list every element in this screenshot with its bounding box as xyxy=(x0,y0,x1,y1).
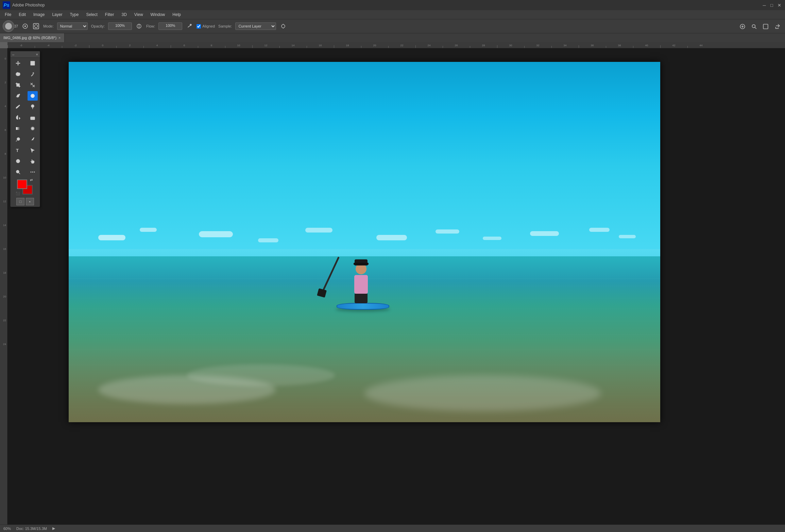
heal-icon[interactable] xyxy=(738,22,747,31)
svg-point-6 xyxy=(190,24,191,25)
svg-line-20 xyxy=(31,83,35,87)
more-tools-button[interactable] xyxy=(28,167,38,177)
menu-edit[interactable]: Edit xyxy=(15,12,29,18)
person-shorts xyxy=(355,294,368,303)
workspace: -6 -4 -2 0 2 4 6 8 10 12 14 16 18 xyxy=(0,42,785,525)
sample-select[interactable]: Current Layer Current & Below All Layers xyxy=(235,22,276,30)
title-bar-title: Adobe Photoshop xyxy=(12,3,45,7)
ruler-left: 0 2 4 6 8 10 12 14 16 18 20 22 24 xyxy=(0,48,7,525)
maximize-button[interactable]: □ xyxy=(769,2,775,8)
svg-point-43 xyxy=(32,172,33,173)
svg-point-1 xyxy=(24,25,26,27)
shape-tool[interactable] xyxy=(13,156,23,166)
healing-brush-tool[interactable] xyxy=(28,91,38,101)
sample-icon[interactable] xyxy=(279,22,287,30)
brush-preset-area: 37 xyxy=(3,20,18,32)
cloud-5 xyxy=(305,228,332,233)
person xyxy=(352,263,370,304)
gradient-tool[interactable] xyxy=(13,124,23,133)
cloud-9 xyxy=(530,231,559,236)
menu-layer[interactable]: Layer xyxy=(49,12,66,18)
menu-file[interactable]: File xyxy=(1,12,15,18)
path-selection-tool[interactable] xyxy=(28,145,38,155)
brush-size-value: 37 xyxy=(14,24,18,28)
move-tool[interactable] xyxy=(13,58,23,68)
eraser-tool[interactable] xyxy=(28,113,38,122)
brush-preset-button[interactable] xyxy=(3,20,14,32)
cloud-3 xyxy=(199,231,233,237)
svg-point-26 xyxy=(31,105,34,107)
opacity-icon[interactable] xyxy=(135,22,143,30)
minimize-button[interactable]: ─ xyxy=(761,2,767,8)
menu-view[interactable]: View xyxy=(131,12,147,18)
search-icon[interactable] xyxy=(750,22,758,31)
mode-select[interactable]: Normal Multiply Screen Overlay xyxy=(57,22,88,30)
aligned-area: Aligned xyxy=(197,24,215,29)
text-tool[interactable]: T xyxy=(13,145,23,155)
reset-colors-icon[interactable]: ⬛ xyxy=(16,192,20,196)
svg-rect-30 xyxy=(16,127,20,130)
marquee-rect-tool[interactable] xyxy=(28,58,38,68)
arrange-icon[interactable] xyxy=(761,22,770,31)
svg-point-35 xyxy=(32,139,33,140)
doc-tab-close-button[interactable]: × xyxy=(58,36,61,40)
tool-row-7 xyxy=(11,123,40,134)
pen-tool[interactable] xyxy=(28,135,38,144)
photo-canvas xyxy=(69,62,660,422)
eyedropper-tool[interactable] xyxy=(13,91,23,101)
menu-select[interactable]: Select xyxy=(83,12,101,18)
flow-label: Flow: xyxy=(146,24,155,28)
doc-tab[interactable]: IMG_0486.jpg @ 60% (RGB/8*) × xyxy=(0,33,65,42)
cloud-10 xyxy=(589,228,610,232)
svg-rect-17 xyxy=(31,61,35,65)
foam-area-2 xyxy=(364,375,601,411)
svg-point-37 xyxy=(16,159,20,163)
svg-point-13 xyxy=(752,24,755,28)
brush-tool[interactable] xyxy=(13,102,23,111)
magic-wand-tool[interactable] xyxy=(28,69,38,79)
toolbox-minimize-icon[interactable]: – xyxy=(12,52,14,56)
menu-window[interactable]: Window xyxy=(147,12,169,18)
opacity-value[interactable]: 100% xyxy=(108,22,132,30)
crop-tool[interactable] xyxy=(13,80,23,90)
share-icon[interactable] xyxy=(773,22,782,31)
zoom-tool[interactable] xyxy=(13,167,23,177)
close-button[interactable]: ✕ xyxy=(776,2,782,8)
tool-row-8 xyxy=(11,134,40,145)
menu-type[interactable]: Type xyxy=(66,12,82,18)
status-arrow[interactable]: ▶ xyxy=(52,526,55,531)
dodge-tool[interactable] xyxy=(13,135,23,144)
brush-toggle-icon[interactable] xyxy=(21,22,29,30)
cloud-2 xyxy=(140,228,157,232)
toolbox-header[interactable]: – × xyxy=(11,51,40,58)
aligned-checkbox[interactable] xyxy=(197,24,201,29)
clone-stamp-tool[interactable] xyxy=(28,102,38,111)
foreground-swatch[interactable] xyxy=(17,179,27,189)
mode-label: Mode: xyxy=(43,24,54,28)
ruler-top: -6 -4 -2 0 2 4 6 8 10 12 14 16 18 xyxy=(7,42,785,48)
slice-tool[interactable] xyxy=(28,80,38,90)
swap-colors-icon[interactable]: ⇄ xyxy=(30,178,35,183)
menu-filter[interactable]: Filter xyxy=(102,12,118,18)
flow-value[interactable]: 100% xyxy=(158,22,182,30)
mask-toggle-icon[interactable] xyxy=(32,22,40,30)
tool-row-9: T xyxy=(11,145,40,156)
menu-image[interactable]: Image xyxy=(30,12,48,18)
menu-3d[interactable]: 3D xyxy=(118,12,130,18)
history-brush-tool[interactable] xyxy=(13,113,23,122)
screen-mode-normal-button[interactable]: □ xyxy=(16,198,24,205)
flow-icon[interactable] xyxy=(186,22,193,30)
cloud-7 xyxy=(436,229,459,234)
lasso-tool[interactable] xyxy=(13,69,23,79)
toolbox-close-icon[interactable]: × xyxy=(36,52,38,56)
sample-label: Sample: xyxy=(218,24,232,28)
screen-mode-full-menu-button[interactable]: ▪ xyxy=(26,198,34,205)
menu-help[interactable]: Help xyxy=(169,12,184,18)
doc-tab-filename: IMG_0486.jpg @ 60% (RGB/8*) xyxy=(3,36,56,40)
hand-tool[interactable] xyxy=(28,156,38,166)
blur-tool[interactable] xyxy=(28,124,38,133)
svg-text:T: T xyxy=(16,148,19,153)
person-head xyxy=(356,263,366,274)
svg-rect-15 xyxy=(763,24,768,29)
doc-tab-bar: IMG_0486.jpg @ 60% (RGB/8*) × xyxy=(0,33,785,42)
